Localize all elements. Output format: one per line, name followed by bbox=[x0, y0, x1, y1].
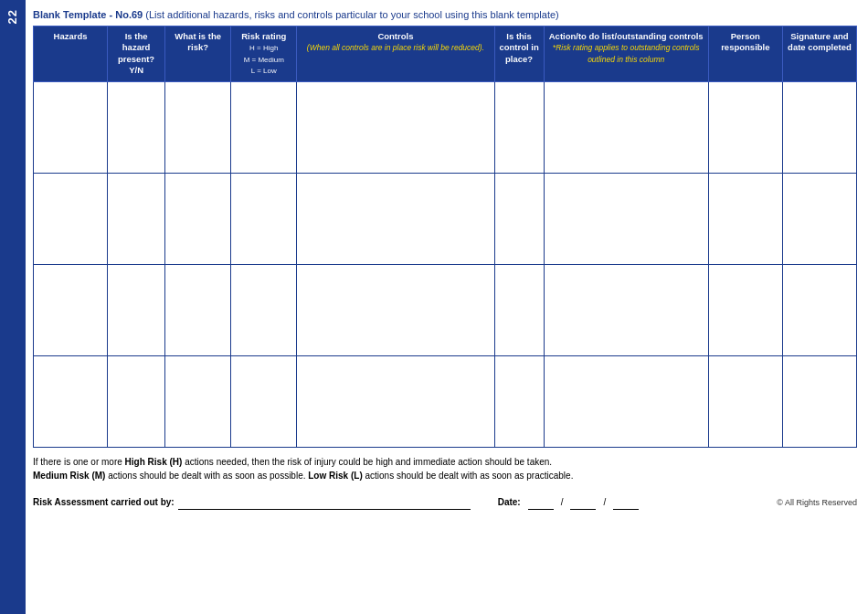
cell-inplace-4[interactable] bbox=[494, 355, 544, 447]
cell-signature-4[interactable] bbox=[782, 355, 856, 447]
footer-line1-mid: actions needed, then the risk of injury … bbox=[182, 457, 552, 467]
cell-hazards-2[interactable] bbox=[34, 173, 108, 264]
col-header-present: Is the hazard present? Y/N bbox=[108, 26, 165, 82]
cell-signature-3[interactable] bbox=[782, 264, 856, 355]
left-tab: 22 bbox=[0, 0, 26, 614]
page-title: Blank Template - No.69 (List additional … bbox=[33, 9, 857, 20]
action-subtext: *Risk rating applies to outstanding cont… bbox=[553, 43, 700, 63]
controls-subtext: (When all controls are in place risk wil… bbox=[307, 43, 484, 52]
col-header-controls: Controls (When all controls are in place… bbox=[297, 26, 494, 82]
cell-controls-4[interactable] bbox=[297, 355, 494, 447]
cell-controls-1[interactable] bbox=[297, 81, 494, 173]
rating-key: H = HighM = MediumL = Low bbox=[244, 44, 284, 75]
cell-inplace-2[interactable] bbox=[494, 173, 544, 264]
col-header-hazards: Hazards bbox=[34, 26, 108, 82]
cell-action-3[interactable] bbox=[544, 264, 708, 355]
col-header-rating: Risk rating H = HighM = MediumL = Low bbox=[231, 26, 297, 82]
cell-whatrisk-2[interactable] bbox=[165, 173, 231, 264]
col-header-whatrisk: What is the risk? bbox=[165, 26, 231, 82]
cell-rating-4[interactable] bbox=[231, 355, 297, 447]
cell-action-2[interactable] bbox=[544, 173, 708, 264]
cell-person-1[interactable] bbox=[708, 81, 782, 173]
col-header-inplace: Is this control in place? bbox=[494, 26, 544, 82]
cell-signature-1[interactable] bbox=[782, 81, 856, 173]
table-row bbox=[34, 355, 857, 447]
date-month-field[interactable] bbox=[570, 495, 596, 510]
cell-person-4[interactable] bbox=[708, 355, 782, 447]
cell-rating-1[interactable] bbox=[231, 81, 297, 173]
date-slash-2: / bbox=[603, 497, 606, 507]
table-row bbox=[34, 173, 857, 264]
cell-whatrisk-3[interactable] bbox=[165, 264, 231, 355]
cell-inplace-3[interactable] bbox=[494, 264, 544, 355]
cell-signature-2[interactable] bbox=[782, 173, 856, 264]
cell-present-2[interactable] bbox=[108, 173, 165, 264]
medium-risk-label: Medium Risk (M) bbox=[33, 471, 105, 481]
footer-line2: Medium Risk (M) actions should be dealt … bbox=[33, 469, 857, 482]
title-description: (List additional hazards, risks and cont… bbox=[143, 9, 559, 20]
col-header-action: Action/to do list/outstanding controls *… bbox=[544, 26, 708, 82]
cell-present-3[interactable] bbox=[108, 264, 165, 355]
footer-line2-end: actions should be dealt with as soon as … bbox=[363, 471, 574, 481]
cell-hazards-1[interactable] bbox=[34, 81, 108, 173]
high-risk-label: High Risk (H) bbox=[125, 457, 183, 467]
cell-hazards-3[interactable] bbox=[34, 264, 108, 355]
date-day-field[interactable] bbox=[528, 495, 554, 510]
footer-line2-mid: actions should be dealt with as soon as … bbox=[105, 471, 308, 481]
main-content: Blank Template - No.69 (List additional … bbox=[26, 0, 868, 614]
cell-action-4[interactable] bbox=[544, 355, 708, 447]
date-slash-1: / bbox=[561, 497, 564, 507]
cell-person-2[interactable] bbox=[708, 173, 782, 264]
template-number: Blank Template - No.69 bbox=[33, 9, 143, 20]
footer-notes: If there is one or more High Risk (H) ac… bbox=[33, 455, 857, 482]
table-row bbox=[34, 81, 857, 173]
page-wrapper: 22 Blank Template - No.69 (List addition… bbox=[0, 0, 868, 614]
tab-label: 22 bbox=[5, 9, 20, 24]
risk-table: Hazards Is the hazard present? Y/N What … bbox=[33, 26, 857, 448]
carried-out-label: Risk Assessment carried out by: bbox=[33, 497, 175, 507]
col-header-signature: Signature and date completed bbox=[782, 26, 856, 82]
cell-hazards-4[interactable] bbox=[34, 355, 108, 447]
cell-rating-2[interactable] bbox=[231, 173, 297, 264]
cell-action-1[interactable] bbox=[544, 81, 708, 173]
cell-controls-2[interactable] bbox=[297, 173, 494, 264]
carried-out-field[interactable] bbox=[178, 495, 471, 510]
date-year-field[interactable] bbox=[613, 495, 639, 510]
cell-rating-3[interactable] bbox=[231, 264, 297, 355]
cell-inplace-1[interactable] bbox=[494, 81, 544, 173]
copyright-text: © All Rights Reserved bbox=[777, 498, 857, 507]
col-header-person: Person responsible bbox=[708, 26, 782, 82]
cell-present-4[interactable] bbox=[108, 355, 165, 447]
cell-whatrisk-4[interactable] bbox=[165, 355, 231, 447]
cell-whatrisk-1[interactable] bbox=[165, 81, 231, 173]
cell-present-1[interactable] bbox=[108, 81, 165, 173]
footer-bottom: Risk Assessment carried out by: Date: / … bbox=[33, 495, 857, 510]
table-row bbox=[34, 264, 857, 355]
date-label: Date: bbox=[498, 497, 521, 507]
cell-person-3[interactable] bbox=[708, 264, 782, 355]
low-risk-label: Low Risk (L) bbox=[308, 471, 362, 481]
cell-controls-3[interactable] bbox=[297, 264, 494, 355]
footer-line1: If there is one or more High Risk (H) ac… bbox=[33, 455, 857, 469]
footer-line1-pre: If there is one or more bbox=[33, 457, 125, 467]
